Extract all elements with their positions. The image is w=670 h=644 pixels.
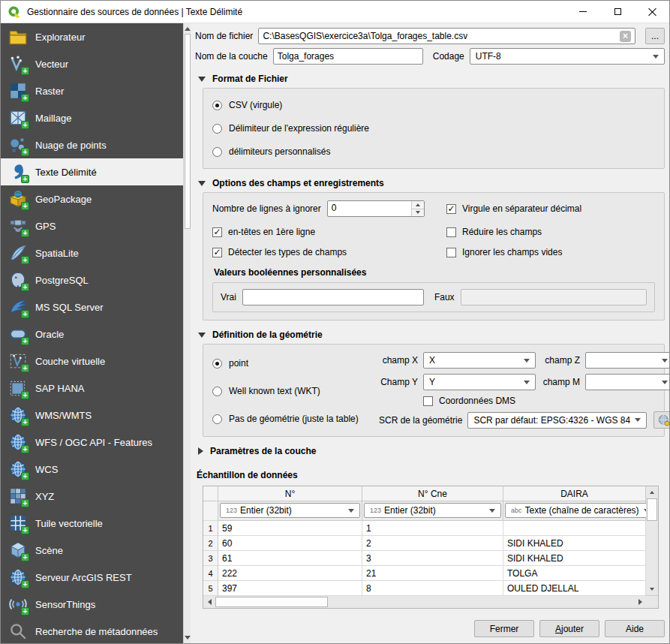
sidebar-item-raster[interactable]: +Raster [1, 77, 183, 104]
encoding-select[interactable]: UTF-8 [470, 48, 665, 65]
sidebar-item-maillage[interactable]: +Maillage [1, 104, 183, 131]
spinner-up-button[interactable] [412, 201, 424, 209]
sidebar-item-sap-hana[interactable]: +SAP HANA [1, 375, 183, 402]
file-format-section-header[interactable]: Format de Fichier [198, 74, 665, 84]
checkbox-icon[interactable] [212, 227, 222, 237]
scrollbar-thumb[interactable] [215, 597, 328, 607]
true-value-input[interactable] [242, 289, 424, 305]
trim-fields-checkbox-row[interactable]: Réduire les champs [446, 227, 655, 237]
sidebar-item-wfs-ogc-api-features[interactable]: +WFS / OGC API - Features [1, 429, 183, 456]
sidebar-item-texte-d-limit[interactable]: +Texte Délimité [1, 158, 183, 185]
radio-icon[interactable] [212, 414, 222, 424]
sidebar-item-wcs[interactable]: +WCS [1, 456, 183, 483]
checkbox-icon[interactable] [446, 204, 456, 214]
file-name-input[interactable]: C:\BasesQGIS\exercice3a\Tolga_forages_ta… [258, 28, 635, 44]
format-option-d-limiteurs-personnalis-s[interactable]: délimiteurs personnalisés [212, 146, 655, 157]
table-vertical-scrollbar[interactable] [646, 486, 658, 596]
format-option-csv-virgule[interactable]: CSV (virgule) [212, 100, 655, 110]
sidebar-item-gps[interactable]: +GPS [1, 212, 183, 239]
radio-icon[interactable] [212, 359, 222, 369]
browse-button[interactable]: ... [645, 28, 665, 44]
sidebar-item-explorateur[interactable]: Explorateur [1, 23, 183, 50]
radio-icon[interactable] [212, 124, 222, 134]
checkbox-icon[interactable] [446, 248, 456, 257]
field-type-select[interactable]: 123Entier (32bit) [364, 503, 501, 518]
sidebar-scrollbar[interactable] [183, 23, 191, 643]
sidebar-item-oracle[interactable]: +Oracle [1, 320, 183, 348]
dms-coordinates-checkbox-row[interactable]: Coordonnées DMS [423, 396, 670, 406]
sidebar-item-ms-sql-server[interactable]: +MS SQL Server [1, 293, 183, 320]
decimal-comma-checkbox-row[interactable]: Virgule en séparateur décimal [446, 203, 655, 214]
chevron-up-icon [416, 203, 420, 206]
maximize-button[interactable] [600, 1, 635, 23]
geometry-option-pas-de-g-om-trie-juste-la-table[interactable]: Pas de géométrie (juste la table) [212, 414, 371, 424]
sidebar-item-sensorthings[interactable]: +SensorThings [1, 591, 183, 618]
checkbox-icon[interactable] [212, 248, 222, 257]
sidebar-item-wms-wmts[interactable]: +WMS/WMTS [1, 402, 183, 429]
scrollbar-thumb[interactable] [647, 498, 657, 521]
radio-icon[interactable] [212, 101, 222, 110]
clear-icon[interactable]: × [620, 31, 631, 42]
m-field-select[interactable] [585, 374, 670, 390]
fields-options-section-header[interactable]: Options des champs et enregistrements [198, 178, 665, 188]
row-number: 4 [203, 566, 218, 581]
plus-badge-icon: + [21, 283, 29, 291]
scroll-down-button[interactable] [646, 583, 658, 595]
checkbox-icon[interactable] [446, 227, 456, 237]
sidebar-item-recherche-de-m-tadonn-es[interactable]: Recherche de métadonnées [1, 618, 183, 643]
y-field-select[interactable]: Y [423, 374, 536, 390]
select-crs-button[interactable] [653, 411, 670, 429]
skip-lines-spinner[interactable]: 0 [327, 200, 425, 217]
sidebar-item-tuile-vectorielle[interactable]: +Tuile vectorielle [1, 510, 183, 537]
sidebar-item-couche-virtuelle[interactable]: +Couche virtuelle [1, 348, 183, 375]
fermer-button[interactable]: Fermer [474, 620, 534, 637]
x-field-select[interactable]: X [423, 352, 536, 369]
geometry-section-header[interactable]: Définition de la géométrie [198, 330, 665, 340]
file-name-label: Nom de fichier [195, 31, 253, 41]
first-row-headers-checkbox-row[interactable]: en-têtes en 1ère ligne [212, 227, 446, 237]
minimize-button[interactable] [566, 1, 600, 23]
geometry-option-well-known-text-wkt[interactable]: Well known text (WKT) [212, 386, 371, 396]
sidebar-item-xyz[interactable]: +XYZ [1, 483, 183, 510]
type-cell: 123Entier (32bit) [218, 501, 362, 521]
sidebar-item-serveur-arcgis-rest[interactable]: +Serveur ArcGIS REST [1, 564, 183, 591]
column-header[interactable]: N° [218, 486, 362, 501]
radio-icon[interactable] [212, 147, 222, 157]
sidebar-item-postgresql[interactable]: +PostgreSQL [1, 266, 183, 293]
sidebar-item-nuage-de-points[interactable]: +Nuage de points [1, 131, 183, 158]
sidebar-item-label: SAP HANA [35, 383, 85, 394]
layer-settings-section-header[interactable]: Paramètres de la couche [198, 446, 665, 456]
sidebar-item-vecteur[interactable]: +Vecteur [1, 50, 183, 77]
column-header[interactable]: DAIRA [503, 486, 646, 501]
checkbox-icon[interactable] [423, 396, 433, 406]
column-header[interactable]: N° Cne [362, 486, 503, 501]
scrollbar-corner [646, 596, 658, 608]
close-button[interactable] [635, 1, 669, 23]
scroll-left-button[interactable] [203, 596, 215, 608]
x-field-label: champ X [379, 355, 418, 366]
plus-badge-icon: + [21, 472, 29, 480]
sidebar-item-spatialite[interactable]: +SpatiaLite [1, 239, 183, 266]
spinner-down-button[interactable] [412, 209, 424, 217]
scrollbar-thumb[interactable] [185, 34, 191, 229]
table-horizontal-scrollbar[interactable] [203, 596, 646, 608]
scroll-up-button[interactable] [646, 486, 658, 498]
aide-button[interactable]: Aide [605, 620, 665, 637]
layer-name-input[interactable]: Tolga_forages [273, 48, 423, 65]
geometry-option-point[interactable]: point [212, 358, 371, 369]
false-value-input[interactable] [461, 289, 647, 305]
z-field-select[interactable] [585, 352, 670, 369]
field-type-select[interactable]: 123Entier (32bit) [220, 503, 360, 518]
radio-icon[interactable] [212, 387, 222, 396]
sidebar-item-geopackage[interactable]: +GeoPackage [1, 185, 183, 212]
field-type-select[interactable]: abcTexte (chaîne de caractères) [505, 503, 656, 518]
detect-field-types-checkbox-row[interactable]: Détecter les types de champs [212, 247, 446, 257]
geometry-crs-select[interactable]: SCR par défaut: EPSG:4326 - WGS 84 [467, 412, 647, 429]
sidebar-item-label: Explorateur [35, 32, 85, 43]
sidebar-item-sc-ne[interactable]: +Scène [1, 537, 183, 564]
plus-badge-icon: + [21, 148, 29, 156]
discard-empty-fields-checkbox-row[interactable]: Ignorer les champs vides [446, 247, 655, 257]
ajouter-button[interactable]: Ajouter [539, 620, 599, 637]
scroll-right-button[interactable] [634, 596, 646, 608]
format-option-d-limiteur-de-l-expression-r-guli-re[interactable]: Délimiteur de l'expression régulière [212, 123, 655, 134]
